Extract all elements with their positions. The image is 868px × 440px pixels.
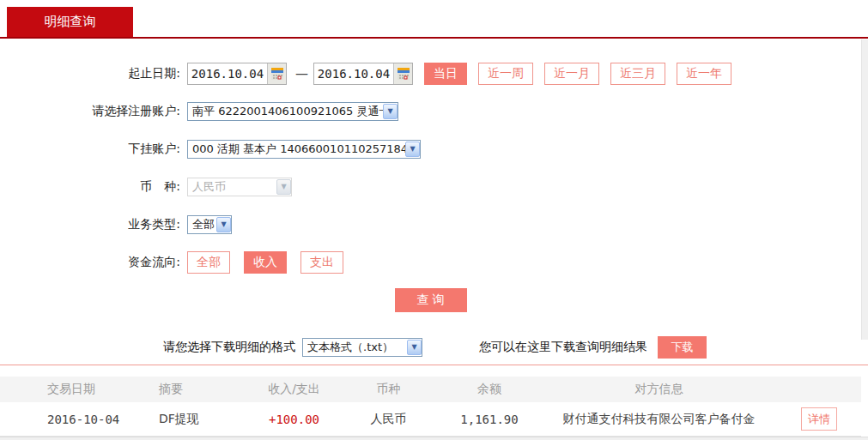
download-hint-text: 您可以在这里下载查询明细结果 bbox=[479, 340, 647, 355]
register-account-select[interactable]: 南平 6222001406100921065 灵通卡 ▼ bbox=[187, 102, 398, 121]
table-row: 2016-10-04 DF提现 +100.00 人民币 1,161.90 财付通… bbox=[0, 402, 861, 437]
detail-button[interactable]: 详情 bbox=[801, 407, 837, 431]
download-row: 请您选择下载明细的格式 文本格式（.txt） ▼ 您可以在这里下载查询明细结果 … bbox=[0, 336, 861, 359]
quick-range-3months-button[interactable]: 近三月 bbox=[610, 63, 665, 85]
quick-range-week-button[interactable]: 近一周 bbox=[478, 63, 533, 85]
cell-currency: 人民币 bbox=[339, 412, 438, 427]
cell-transaction-date: 2016-10-04 bbox=[0, 413, 146, 426]
chevron-down-icon: ▼ bbox=[276, 179, 291, 195]
tab-detail-query[interactable]: 明细查询 bbox=[7, 7, 133, 37]
business-type-row: 业务类型: 全部 ▼ bbox=[0, 213, 861, 236]
tab-bar: 明细查询 bbox=[0, 0, 868, 37]
business-type-value: 全部 bbox=[192, 217, 215, 232]
query-button[interactable]: 查询 bbox=[395, 288, 467, 312]
table-header: 交易日期 摘要 收入/支出 币种 余额 对方信息 bbox=[0, 377, 861, 402]
fund-flow-expense-button[interactable]: 支出 bbox=[300, 251, 343, 274]
sub-account-value: 000 活期 基本户 1406600101102571848 bbox=[192, 142, 405, 157]
section-divider bbox=[0, 365, 868, 365]
currency-select: 人民币 ▼ bbox=[187, 178, 292, 196]
register-account-row: 请选择注册账户: 南平 6222001406100921065 灵通卡 ▼ bbox=[0, 99, 861, 123]
calendar-icon[interactable] bbox=[393, 63, 412, 84]
sub-account-label: 下挂账户: bbox=[0, 142, 180, 157]
right-gutter bbox=[861, 39, 868, 340]
cell-amount: +100.00 bbox=[249, 413, 339, 426]
col-header-summary: 摘要 bbox=[146, 382, 249, 397]
currency-label: 币 种: bbox=[0, 179, 180, 195]
end-date-input[interactable] bbox=[314, 64, 393, 83]
col-header-balance: 余额 bbox=[438, 382, 541, 397]
fund-flow-row: 资金流向: 全部 收入 支出 bbox=[0, 250, 861, 274]
quick-range-year-button[interactable]: 近一年 bbox=[677, 63, 731, 85]
download-format-label: 请您选择下载明细的格式 bbox=[163, 340, 295, 355]
download-format-select[interactable]: 文本格式（.txt） ▼ bbox=[302, 338, 422, 357]
fund-flow-income-button[interactable]: 收入 bbox=[244, 251, 287, 274]
col-header-amount: 收入/支出 bbox=[249, 382, 339, 397]
quick-range-today-button[interactable]: 当日 bbox=[424, 63, 467, 85]
cell-summary: DF提现 bbox=[146, 412, 249, 427]
business-type-label: 业务类型: bbox=[0, 217, 180, 232]
date-range-row: 起止日期: — bbox=[0, 62, 861, 85]
register-account-value: 南平 6222001406100921065 灵通卡 bbox=[192, 104, 383, 119]
date-range-label: 起止日期: bbox=[0, 66, 180, 81]
query-button-row: 查询 bbox=[0, 288, 861, 312]
business-type-select[interactable]: 全部 ▼ bbox=[187, 215, 232, 234]
tab-label: 明细查询 bbox=[45, 14, 96, 30]
chevron-down-icon[interactable]: ▼ bbox=[407, 340, 422, 355]
chevron-down-icon[interactable]: ▼ bbox=[216, 217, 231, 232]
quick-range-month-button[interactable]: 近一月 bbox=[544, 63, 599, 85]
calendar-icon[interactable] bbox=[267, 63, 286, 84]
query-form: 起止日期: — bbox=[0, 39, 861, 359]
col-header-counterparty: 对方信息 bbox=[541, 382, 777, 397]
download-button[interactable]: 下载 bbox=[658, 336, 707, 359]
col-header-date: 交易日期 bbox=[0, 382, 146, 397]
fund-flow-label: 资金流向: bbox=[0, 255, 180, 270]
bottom-strip bbox=[0, 437, 868, 440]
calendar-icon-glyph bbox=[271, 68, 283, 80]
start-date-input[interactable] bbox=[188, 64, 267, 83]
currency-row: 币 种: 人民币 ▼ bbox=[0, 175, 861, 198]
col-header-currency: 币种 bbox=[339, 382, 438, 397]
register-account-label: 请选择注册账户: bbox=[0, 104, 180, 119]
calendar-icon-glyph bbox=[398, 68, 410, 80]
start-date-field[interactable] bbox=[187, 63, 287, 85]
cell-action: 详情 bbox=[777, 407, 861, 431]
cell-counterparty: 财付通支付科技有限公司客户备付金 bbox=[541, 412, 777, 427]
chevron-down-icon[interactable]: ▼ bbox=[405, 142, 420, 157]
date-separator: — bbox=[295, 66, 308, 81]
sub-account-row: 下挂账户: 000 活期 基本户 1406600101102571848 ▼ bbox=[0, 137, 861, 160]
end-date-field[interactable] bbox=[313, 63, 413, 85]
chevron-down-icon[interactable]: ▼ bbox=[383, 104, 398, 119]
currency-value: 人民币 bbox=[192, 179, 226, 195]
fund-flow-all-button[interactable]: 全部 bbox=[187, 251, 230, 274]
sub-account-select[interactable]: 000 活期 基本户 1406600101102571848 ▼ bbox=[187, 140, 421, 159]
cell-balance: 1,161.90 bbox=[438, 413, 541, 426]
download-format-value: 文本格式（.txt） bbox=[307, 340, 393, 355]
